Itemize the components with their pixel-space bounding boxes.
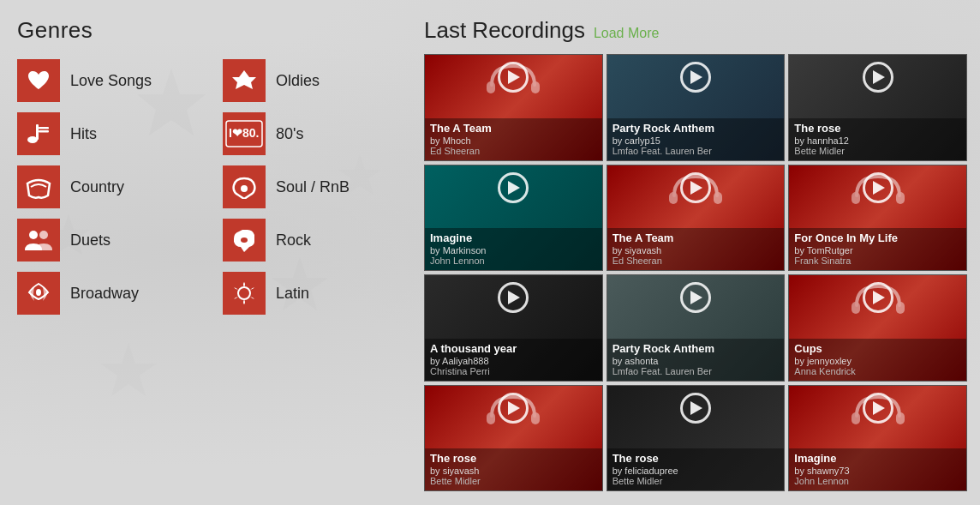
play-button[interactable]	[680, 393, 711, 424]
genres-title: Genres	[17, 17, 411, 44]
genre-item-love-songs[interactable]: Love Songs	[17, 59, 206, 102]
tile-user: by Aaliyah888	[430, 356, 597, 366]
genres-panel: Genres Love Songs Oldies	[17, 17, 411, 505]
recording-tile[interactable]: For Once In My Life by TomRutger Frank S…	[788, 165, 967, 272]
tile-user: by feliciadupree	[612, 466, 780, 476]
soul-rnb-icon	[223, 165, 266, 208]
tile-artist: Lmfao Feat. Lauren Ber	[612, 146, 780, 156]
play-button[interactable]	[498, 172, 529, 203]
tile-info: A thousand year by Aaliyah888 Christina …	[425, 339, 602, 381]
tile-user: by Mhoch	[430, 135, 597, 146]
play-button[interactable]	[498, 62, 529, 93]
svg-rect-29	[896, 412, 905, 424]
recordings-grid: The A Team by Mhoch Ed Sheeran Party Roc…	[424, 54, 967, 491]
tile-artist: Bette Midler	[612, 476, 780, 486]
svg-rect-26	[487, 412, 495, 424]
tile-song-title: Imagine	[430, 231, 597, 245]
recording-tile[interactable]: Imagine by shawny73 John Lennon	[788, 385, 967, 492]
tile-artist: Lmfao Feat. Lauren Ber	[612, 366, 780, 376]
play-button[interactable]	[680, 282, 711, 313]
broadway-label: Broadway	[70, 285, 139, 303]
genre-item-latin[interactable]: Latin	[223, 272, 411, 315]
play-button[interactable]	[498, 282, 529, 313]
genre-item-oldies[interactable]: Oldies	[223, 59, 411, 102]
play-button[interactable]	[863, 172, 893, 203]
hits-icon	[17, 112, 60, 155]
tile-info: Party Rock Anthem by ashonta Lmfao Feat.…	[607, 339, 785, 381]
recording-tile[interactable]: Cups by jennyoxley Anna Kendrick	[788, 274, 967, 382]
load-more-button[interactable]: Load More	[594, 26, 660, 41]
play-button[interactable]	[863, 282, 893, 313]
svg-rect-27	[531, 412, 540, 424]
recordings-header: Last Recordings Load More	[424, 17, 967, 44]
svg-rect-7	[36, 124, 39, 140]
80s-icon: I❤80.	[223, 112, 266, 155]
country-icon	[17, 165, 60, 208]
svg-point-13	[29, 231, 38, 239]
tile-info: The rose by siyavash Bette Midler	[425, 448, 602, 490]
recording-tile[interactable]: The A Team by Mhoch Ed Sheeran	[424, 54, 603, 161]
play-triangle-icon	[508, 401, 520, 415]
svg-text:I❤80.: I❤80.	[229, 126, 259, 140]
tile-user: by hannha12	[794, 135, 961, 146]
svg-rect-24	[852, 302, 860, 314]
genre-item-hits[interactable]: Hits	[17, 112, 206, 155]
recording-tile[interactable]: The rose by siyavash Bette Midler	[424, 385, 603, 492]
tile-artist: Bette Midler	[794, 146, 961, 156]
recording-tile[interactable]: The A Team by siyavash Ed Sheeran	[607, 165, 786, 272]
tile-info: The A Team by Mhoch Ed Sheeran	[425, 118, 602, 160]
recording-tile[interactable]: The rose by hannha12 Bette Midler	[788, 54, 967, 161]
recording-tile[interactable]: The rose by feliciadupree Bette Midler	[607, 385, 786, 492]
play-triangle-icon	[873, 181, 885, 195]
tile-song-title: The A Team	[612, 231, 780, 245]
tile-user: by siyavash	[430, 466, 597, 476]
recording-tile[interactable]: A thousand year by Aaliyah888 Christina …	[424, 274, 603, 382]
tile-user: by ashonta	[612, 356, 780, 366]
play-button[interactable]	[863, 393, 893, 424]
recording-tile[interactable]: Party Rock Anthem by carlyp15 Lmfao Feat…	[607, 54, 786, 161]
play-button[interactable]	[498, 393, 529, 424]
tile-song-title: Imagine	[794, 452, 961, 466]
tile-artist: Frank Sinatra	[794, 256, 961, 266]
tile-info: The rose by feliciadupree Bette Midler	[607, 448, 785, 490]
genre-item-country[interactable]: Country	[17, 165, 206, 208]
genre-item-duets[interactable]: Duets	[17, 219, 206, 262]
genre-item-soul-rnb[interactable]: Soul / RnB	[223, 165, 411, 208]
tile-song-title: The rose	[430, 452, 597, 466]
play-button[interactable]	[680, 172, 711, 203]
genre-item-80s[interactable]: I❤80. 80's	[223, 112, 411, 155]
latin-label: Latin	[276, 285, 309, 303]
genre-item-rock[interactable]: Rock	[223, 219, 411, 262]
svg-point-17	[238, 287, 250, 299]
svg-point-14	[39, 231, 48, 239]
svg-rect-18	[487, 81, 495, 93]
oldies-label: Oldies	[276, 72, 320, 90]
play-button[interactable]	[863, 62, 893, 93]
genre-item-broadway[interactable]: Broadway	[17, 272, 206, 315]
play-button[interactable]	[680, 62, 711, 93]
tile-user: by siyavash	[612, 245, 780, 256]
svg-rect-8	[39, 127, 49, 129]
svg-rect-23	[896, 192, 905, 204]
recording-tile[interactable]: Imagine by Markinson John Lennon	[424, 165, 603, 272]
tile-user: by Markinson	[430, 245, 597, 256]
recording-tile[interactable]: Party Rock Anthem by ashonta Lmfao Feat.…	[607, 274, 786, 382]
tile-song-title: For Once In My Life	[794, 231, 961, 245]
duets-icon	[17, 219, 60, 262]
play-triangle-icon	[690, 401, 702, 415]
tile-info: For Once In My Life by TomRutger Frank S…	[789, 228, 966, 270]
svg-point-15	[241, 237, 248, 243]
tile-info: The A Team by siyavash Ed Sheeran	[607, 228, 785, 270]
tile-artist: Christina Perri	[430, 366, 597, 376]
play-triangle-icon	[508, 181, 520, 195]
play-triangle-icon	[508, 70, 520, 84]
play-triangle-icon	[873, 70, 885, 84]
tile-artist: Bette Midler	[430, 476, 597, 486]
recordings-panel: Last Recordings Load More The A Team by …	[411, 17, 980, 505]
rock-icon	[223, 219, 266, 262]
play-triangle-icon	[690, 181, 702, 195]
tile-song-title: Party Rock Anthem	[612, 122, 780, 135]
tile-song-title: The rose	[794, 122, 961, 135]
tile-user: by TomRutger	[794, 245, 961, 256]
rock-label: Rock	[276, 231, 311, 249]
